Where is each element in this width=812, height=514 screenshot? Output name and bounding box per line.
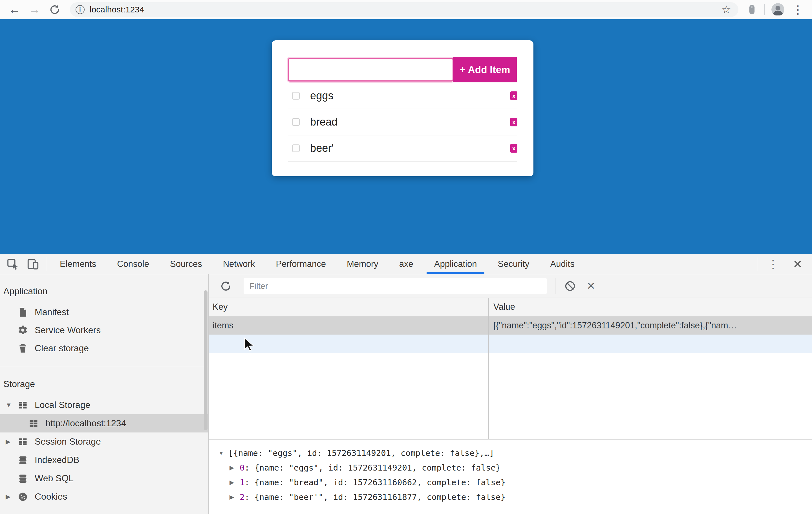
trash-icon <box>18 343 28 353</box>
entry-index: 2 <box>240 492 244 502</box>
column-divider[interactable] <box>488 298 489 439</box>
key-column-header: Key <box>209 302 488 312</box>
devtools-close-icon[interactable]: × <box>793 258 802 270</box>
toolbar-divider <box>555 278 555 294</box>
application-sidebar: Application Manifest Service Workers <box>0 274 209 514</box>
sidebar-item-label: IndexedDB <box>35 455 79 465</box>
entry-text: : {name: "beer'", id: 1572631161877, com… <box>244 492 505 502</box>
todo-item: bread x <box>288 109 517 135</box>
tab-application[interactable]: Application <box>424 254 488 274</box>
storage-grid-icon <box>18 436 28 447</box>
delete-item-button[interactable]: x <box>510 91 517 100</box>
twisty-collapsed-icon[interactable]: ▶ <box>230 464 240 471</box>
preview-entry-line[interactable]: ▶ 2 : {name: "beer'", id: 1572631161877,… <box>209 490 812 505</box>
tab-network[interactable]: Network <box>212 254 266 274</box>
database-icon <box>18 455 28 465</box>
address-bar[interactable]: i localhost:1234 ☆ <box>70 2 738 17</box>
entry-index: 0 <box>240 463 244 472</box>
tab-memory[interactable]: Memory <box>336 254 389 274</box>
item-checkbox[interactable] <box>292 144 300 152</box>
entry-index: 1 <box>240 478 244 487</box>
delete-item-button[interactable]: x <box>510 118 517 126</box>
twisty-expanded-icon[interactable]: ▼ <box>6 401 18 409</box>
site-info-icon[interactable]: i <box>76 5 85 14</box>
tab-security[interactable]: Security <box>487 254 540 274</box>
tab-sources[interactable]: Sources <box>160 254 212 274</box>
extension-glyph <box>746 3 758 16</box>
entry-text: : {name: "eggs", id: 1572631149201, comp… <box>244 463 500 472</box>
table-row-empty[interactable] <box>209 334 812 353</box>
mouse-cursor <box>243 337 257 352</box>
sidebar-item-clear-storage[interactable]: Clear storage <box>0 339 208 357</box>
twisty-collapsed-icon[interactable]: ▶ <box>230 479 240 486</box>
sidebar-item-label: Manifest <box>35 307 69 317</box>
delete-item-button[interactable]: x <box>510 144 517 153</box>
tab-performance[interactable]: Performance <box>265 254 336 274</box>
item-checkbox[interactable] <box>292 118 300 126</box>
sidebar-item-session-storage[interactable]: ▶ Session Storage <box>0 432 208 451</box>
preview-root-text: [{name: "eggs", id: 1572631149201, compl… <box>228 448 494 458</box>
extension-icon[interactable] <box>746 3 758 16</box>
controls-divider <box>757 258 757 271</box>
back-icon[interactable]: ← <box>8 4 20 16</box>
reload-icon[interactable] <box>49 4 60 15</box>
tab-elements[interactable]: Elements <box>49 254 107 274</box>
item-label: eggs <box>310 90 333 102</box>
avatar-image <box>772 3 784 16</box>
url-text: localhost:1234 <box>90 5 722 15</box>
table-filler <box>209 353 812 439</box>
tab-axe[interactable]: axe <box>389 254 424 274</box>
sidebar-item-manifest[interactable]: Manifest <box>0 303 208 321</box>
manifest-document-icon <box>18 307 28 317</box>
add-item-button[interactable]: + Add Item <box>453 57 517 82</box>
block-icon[interactable] <box>564 280 576 292</box>
storage-toolbar: × <box>209 274 812 298</box>
bookmark-star-icon[interactable]: ☆ <box>722 3 731 16</box>
profile-avatar[interactable] <box>772 3 784 16</box>
twisty-collapsed-icon[interactable]: ▶ <box>230 494 240 501</box>
todo-item: eggs x <box>288 83 517 109</box>
new-item-input[interactable] <box>288 58 454 82</box>
preview-entry-line[interactable]: ▶ 0 : {name: "eggs", id: 1572631149201, … <box>209 460 812 475</box>
filter-input[interactable] <box>243 278 547 294</box>
devtools-tabbar: Elements Console Sources Network Perform… <box>0 254 812 274</box>
sidebar-item-local-storage[interactable]: ▼ Local Storage <box>0 396 208 414</box>
device-toolbar-icon[interactable] <box>27 258 39 271</box>
devtools-tabs: Elements Console Sources Network Perform… <box>49 254 585 274</box>
sidebar-item-label: Session Storage <box>35 436 101 447</box>
sidebar-item-label: Service Workers <box>35 325 100 335</box>
sidebar-scrollbar[interactable] <box>204 290 207 430</box>
table-row[interactable]: items [{"name":"eggs","id":1572631149201… <box>209 316 812 334</box>
tab-audits[interactable]: Audits <box>540 254 585 274</box>
storage-table: Key Value items [{"name":"eggs","id":157… <box>209 298 812 439</box>
sidebar-item-localhost-origin[interactable]: http://localhost:1234 <box>0 414 208 432</box>
sidebar-item-cookies[interactable]: ▶ Cookies <box>0 487 208 506</box>
twisty-collapsed-icon[interactable]: ▶ <box>6 438 18 445</box>
inspect-element-icon[interactable] <box>6 258 19 271</box>
application-section-title: Application <box>0 274 208 303</box>
tabbar-divider <box>47 257 47 271</box>
todo-card: + Add Item eggs x bread x beer' x <box>272 40 533 176</box>
forward-icon[interactable]: → <box>29 4 40 16</box>
todo-list: eggs x bread x beer' x <box>288 83 517 162</box>
sidebar-item-indexeddb[interactable]: IndexedDB <box>0 451 208 469</box>
sidebar-item-label: Clear storage <box>35 343 89 353</box>
sidebar-item-web-sql[interactable]: Web SQL <box>0 469 208 487</box>
entry-text: : {name: "bread", id: 1572631160662, com… <box>244 478 505 487</box>
preview-entry-line[interactable]: ▶ 1 : {name: "bread", id: 1572631160662,… <box>209 475 812 490</box>
storage-section-title: Storage <box>0 367 208 396</box>
item-label: beer' <box>310 142 334 154</box>
sidebar-item-label: Cookies <box>35 491 67 502</box>
twisty-expanded-icon[interactable]: ▼ <box>218 450 228 456</box>
refresh-icon[interactable] <box>220 280 232 292</box>
devtools-menu-icon[interactable]: ⋮ <box>767 258 779 271</box>
twisty-collapsed-icon[interactable]: ▶ <box>6 493 18 501</box>
item-checkbox[interactable] <box>292 92 300 100</box>
browser-menu-icon[interactable]: ⋮ <box>792 3 804 16</box>
preview-root-line[interactable]: ▼ [{name: "eggs", id: 1572631149201, com… <box>209 446 812 460</box>
clear-icon[interactable]: × <box>587 280 595 291</box>
tab-console[interactable]: Console <box>107 254 160 274</box>
browser-toolbar: ← → i localhost:1234 ☆ ⋮ <box>0 0 812 19</box>
sidebar-item-label: http://localhost:1234 <box>46 418 126 429</box>
sidebar-item-service-workers[interactable]: Service Workers <box>0 321 208 339</box>
